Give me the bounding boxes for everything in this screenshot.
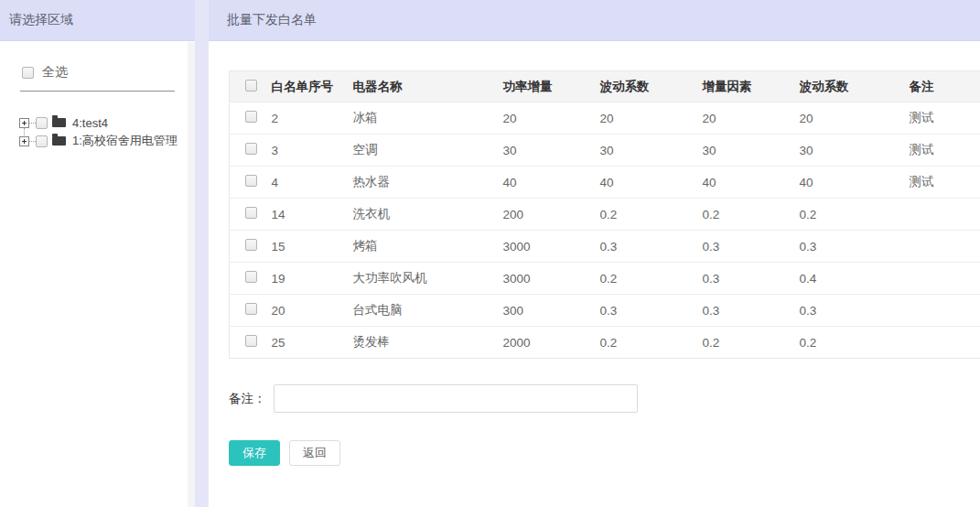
table-cell: 300 <box>503 295 600 327</box>
table-cell: 20 <box>272 295 353 327</box>
table-cell: 40 <box>503 167 600 199</box>
table-row: 3空调30303030测试 <box>230 135 980 167</box>
tree-node-checkbox[interactable] <box>36 117 48 129</box>
sidebar-header: 请选择区域 <box>0 0 195 41</box>
table-cell: 40 <box>600 167 703 199</box>
row-checkbox-cell <box>230 167 272 199</box>
save-button[interactable]: 保存 <box>229 440 280 466</box>
row-checkbox[interactable] <box>245 335 257 347</box>
table-cell: 大功率吹风机 <box>353 263 503 295</box>
table-cell: 20 <box>600 102 703 135</box>
table-cell: 热水器 <box>353 167 503 199</box>
table-cell: 3 <box>272 135 353 167</box>
table-cell <box>910 327 980 359</box>
remark-label: 备注： <box>229 391 266 407</box>
table-cell: 14 <box>272 199 353 231</box>
table-cell: 19 <box>272 263 353 295</box>
page-title: 批量下发白名单 <box>227 12 317 28</box>
tree-node-label[interactable]: 4:test4 <box>72 116 108 130</box>
table-cell: 0.3 <box>703 263 800 295</box>
table-cell: 0.2 <box>800 199 910 231</box>
whitelist-table: 白名单序号 电器名称 功率增量 波动系数 增量因素 波动系数 备注 2冰箱202… <box>229 70 980 359</box>
button-row: 保存 返回 <box>229 440 980 466</box>
row-checkbox-cell <box>230 231 272 263</box>
select-all-checkbox[interactable] <box>22 67 34 79</box>
table-cell: 台式电脑 <box>353 295 503 327</box>
region-sidebar: 请选择区域 全选 4:test4 1:高校宿舍用电管理 <box>0 0 195 507</box>
row-checkbox[interactable] <box>245 175 257 187</box>
table-cell: 空调 <box>353 135 503 167</box>
table-cell: 0.3 <box>703 231 800 263</box>
column-header: 功率增量 <box>503 71 600 102</box>
table-cell: 4 <box>272 167 353 199</box>
table-cell: 烤箱 <box>353 231 503 263</box>
table-cell <box>910 199 980 231</box>
table-cell: 测试 <box>910 135 980 167</box>
table-cell: 0.2 <box>703 199 800 231</box>
table-cell: 3000 <box>503 231 600 263</box>
main-header: 批量下发白名单 <box>209 0 980 41</box>
table-cell: 200 <box>503 199 600 231</box>
table-cell: 20 <box>503 102 600 135</box>
expand-icon[interactable] <box>19 136 29 146</box>
row-checkbox[interactable] <box>245 303 257 315</box>
table-cell: 2 <box>272 102 353 135</box>
row-checkbox[interactable] <box>245 143 257 155</box>
column-header: 白名单序号 <box>272 71 353 102</box>
table-cell: 0.2 <box>703 327 800 359</box>
table-cell: 0.3 <box>800 295 910 327</box>
table-cell: 25 <box>272 327 353 359</box>
region-tree: 4:test4 1:高校宿舍用电管理 <box>0 113 195 150</box>
row-checkbox-cell <box>230 102 272 135</box>
table-cell: 30 <box>800 135 910 167</box>
back-button[interactable]: 返回 <box>289 440 340 466</box>
select-all-label[interactable]: 全选 <box>42 64 68 81</box>
table-cell: 15 <box>272 231 353 263</box>
main-body: 白名单序号 电器名称 功率增量 波动系数 增量因素 波动系数 备注 2冰箱202… <box>209 41 980 466</box>
table-cell: 测试 <box>910 167 980 199</box>
table-cell: 0.3 <box>800 231 910 263</box>
table-cell: 40 <box>800 167 910 199</box>
column-header: 波动系数 <box>600 71 703 102</box>
remark-input[interactable] <box>274 384 638 413</box>
column-header: 增量因素 <box>703 71 800 102</box>
table-cell: 烫发棒 <box>353 327 503 359</box>
table-cell: 0.2 <box>600 263 703 295</box>
column-header: 电器名称 <box>353 71 503 102</box>
table-cell: 0.2 <box>600 327 703 359</box>
table-cell: 0.3 <box>600 231 703 263</box>
sidebar-divider <box>20 91 175 92</box>
sidebar-scrollbar-gutter[interactable] <box>188 42 195 507</box>
expand-icon[interactable] <box>19 118 29 128</box>
row-checkbox[interactable] <box>245 271 257 283</box>
tree-dots <box>29 123 36 124</box>
tree-node-test4: 4:test4 <box>0 113 195 132</box>
tree-node-checkbox[interactable] <box>36 135 48 147</box>
table-cell: 0.3 <box>600 295 703 327</box>
table-cell: 20 <box>800 102 910 135</box>
table-cell: 0.2 <box>600 199 703 231</box>
table-cell: 2000 <box>503 327 600 359</box>
table-cell: 3000 <box>503 263 600 295</box>
table-row: 20台式电脑3000.30.30.3 <box>230 295 980 327</box>
folder-icon <box>52 118 66 127</box>
row-checkbox-cell <box>230 199 272 231</box>
row-checkbox-cell <box>230 295 272 327</box>
table-cell: 0.4 <box>800 263 910 295</box>
column-header: 波动系数 <box>800 71 910 102</box>
row-checkbox-cell <box>230 135 272 167</box>
table-cell: 20 <box>703 102 800 135</box>
column-header: 备注 <box>910 71 980 102</box>
table-row: 19大功率吹风机30000.20.30.4 <box>230 263 980 295</box>
row-checkbox[interactable] <box>245 207 257 219</box>
row-checkbox[interactable] <box>245 239 257 251</box>
table-row: 15烤箱30000.30.30.3 <box>230 231 980 263</box>
row-checkbox[interactable] <box>245 111 257 123</box>
tree-node-label[interactable]: 1:高校宿舍用电管理 <box>72 133 178 149</box>
table-cell: 40 <box>703 167 800 199</box>
header-checkbox[interactable] <box>245 80 257 92</box>
table-row: 14洗衣机2000.20.20.2 <box>230 199 980 231</box>
tree-dots <box>29 141 36 142</box>
row-checkbox-cell <box>230 263 272 295</box>
whitelist-panel: 批量下发白名单 白名单序号 电器名称 功率增量 波动系数 增量因素 波动系数 备… <box>209 0 980 507</box>
